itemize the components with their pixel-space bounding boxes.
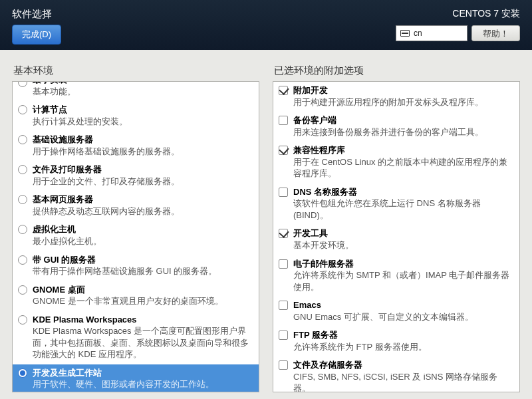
addon-title: Emacs xyxy=(293,299,514,311)
environment-option[interactable]: 文件及打印服务器用于企业的文件、打印及存储服务器。 xyxy=(13,161,259,191)
addon-desc: 用来连接到备份服务器并进行备份的客户端工具。 xyxy=(293,126,514,138)
addon-option[interactable]: 兼容性程序库用于在 CentOS Linux 的之前版本中构建的应用程序的兼容程… xyxy=(273,142,519,184)
option-title: 开发及生成工作站 xyxy=(33,367,253,379)
header-bar: 软件选择 完成(D) CENTOS 7 安装 cn 帮助！ xyxy=(0,0,532,50)
option-desc: 带有用于操作网络基础设施服务 GUI 的服务器。 xyxy=(33,265,253,277)
checkbox-icon xyxy=(279,360,288,370)
radio-icon xyxy=(18,165,27,174)
addon-option[interactable]: DNS 名称服务器该软件包组允许您在系统上运行 DNS 名称服务器(BIND)。 xyxy=(273,184,519,225)
addon-desc: GNU Emacs 可扩展、可自定义的文本编辑器。 xyxy=(293,311,514,323)
option-title: 基本网页服务器 xyxy=(33,194,253,205)
checkbox-icon xyxy=(279,188,288,197)
addons-title: 已选环境的附加选项 xyxy=(273,65,520,77)
radio-icon xyxy=(18,105,27,114)
checkbox-icon xyxy=(279,331,288,340)
addon-option[interactable]: EmacsGNU Emacs 可扩展、可自定义的文本编辑器。 xyxy=(273,297,519,327)
option-desc: 用于企业的文件、打印及存储服务器。 xyxy=(33,176,253,188)
checkbox-icon xyxy=(279,229,288,238)
checkbox-icon xyxy=(279,86,288,95)
addon-desc: CIFS, SMB, NFS, iSCSI, iSER 及 iSNS 网络存储服… xyxy=(293,371,514,392)
addons-list[interactable]: 附加开发用于构建开源应用程序的附加开发标头及程序库。备份客户端用来连接到备份服务… xyxy=(273,81,520,392)
addons-column: 已选环境的附加选项 附加开发用于构建开源应用程序的附加开发标头及程序库。备份客户… xyxy=(273,65,520,392)
addon-title: 电子邮件服务器 xyxy=(293,258,514,270)
option-desc: 提供静态及动态互联网内容的服务器。 xyxy=(33,205,253,217)
help-button[interactable]: 帮助！ xyxy=(471,25,520,41)
base-environment-title: 基本环境 xyxy=(12,65,259,77)
environment-option[interactable]: 基础设施服务器用于操作网络基础设施服务的服务器。 xyxy=(13,131,259,161)
addon-title: DNS 名称服务器 xyxy=(293,186,514,198)
option-desc: 用于操作网络基础设施服务的服务器。 xyxy=(33,146,253,158)
option-desc: KDE Plasma Workspaces 是一个高度可配置图形用户界面，其中包… xyxy=(33,325,253,360)
option-title: 虚拟化主机 xyxy=(33,223,253,235)
addon-title: 备份客户端 xyxy=(293,114,514,126)
addon-desc: 用于构建开源应用程序的附加开发标头及程序库。 xyxy=(293,96,514,108)
header-right: CENTOS 7 安装 cn 帮助！ xyxy=(396,8,520,41)
option-title: 计算节点 xyxy=(33,104,253,116)
radio-icon xyxy=(18,195,27,204)
radio-icon xyxy=(18,315,27,325)
header-left: 软件选择 完成(D) xyxy=(12,8,61,45)
addon-desc: 基本开发环境。 xyxy=(293,239,514,251)
radio-icon xyxy=(18,81,27,87)
radio-icon xyxy=(18,285,27,295)
keyboard-layout-code: cn xyxy=(414,29,422,38)
addon-option[interactable]: 电子邮件服务器允许将系统作为 SMTP 和（或者）IMAP 电子邮件服务器使用。 xyxy=(273,255,519,297)
environment-option[interactable]: KDE Plasma WorkspacesKDE Plasma Workspac… xyxy=(13,311,259,364)
option-title: 文件及打印服务器 xyxy=(33,164,253,176)
option-desc: GNOME 是一个非常直观且用户友好的桌面环境。 xyxy=(33,295,253,307)
checkbox-icon xyxy=(279,116,288,125)
environment-option[interactable]: 计算节点执行计算及处理的安装。 xyxy=(13,101,259,131)
environment-option[interactable]: 最小安装基本功能。 xyxy=(13,81,259,101)
keyboard-icon xyxy=(400,30,410,37)
addon-desc: 用于在 CentOS Linux 的之前版本中构建的应用程序的兼容程序库。 xyxy=(293,156,514,180)
addon-title: 文件及存储服务器 xyxy=(293,359,514,371)
environment-option[interactable]: 开发及生成工作站用于软件、硬件、图形或者内容开发的工作站。 xyxy=(13,364,259,392)
done-button[interactable]: 完成(D) xyxy=(12,25,61,45)
option-title: 基础设施服务器 xyxy=(33,134,253,146)
option-desc: 基本功能。 xyxy=(33,86,253,98)
addon-option[interactable]: 备份客户端用来连接到备份服务器并进行备份的客户端工具。 xyxy=(273,112,519,142)
addon-desc: 该软件包组允许您在系统上运行 DNS 名称服务器(BIND)。 xyxy=(293,198,514,221)
addon-option[interactable]: FTP 服务器允许将系统作为 FTP 服务器使用。 xyxy=(273,327,519,356)
option-desc: 执行计算及处理的安装。 xyxy=(33,116,253,128)
addon-title: FTP 服务器 xyxy=(293,329,514,341)
addon-desc: 允许将系统作为 FTP 服务器使用。 xyxy=(293,341,514,353)
radio-icon xyxy=(18,368,27,378)
radio-icon xyxy=(18,225,27,234)
radio-icon xyxy=(18,135,27,144)
addon-option[interactable]: 附加开发用于构建开源应用程序的附加开发标头及程序库。 xyxy=(273,82,519,112)
base-environment-column: 基本环境 最小安装基本功能。计算节点执行计算及处理的安装。基础设施服务器用于操作… xyxy=(12,65,259,392)
environment-option[interactable]: GNOME 桌面GNOME 是一个非常直观且用户友好的桌面环境。 xyxy=(13,281,259,311)
environment-option[interactable]: 虚拟化主机最小虚拟化主机。 xyxy=(13,221,259,251)
addon-desc: 允许将系统作为 SMTP 和（或者）IMAP 电子邮件服务器使用。 xyxy=(293,269,514,293)
header-tools: cn 帮助！ xyxy=(396,25,520,41)
addon-option[interactable]: 文件及存储服务器CIFS, SMB, NFS, iSCSI, iSER 及 iS… xyxy=(273,356,519,392)
radio-icon xyxy=(18,255,27,265)
option-title: KDE Plasma Workspaces xyxy=(33,314,253,326)
checkbox-icon xyxy=(279,146,288,155)
checkbox-icon xyxy=(279,301,288,310)
install-title: CENTOS 7 安装 xyxy=(452,8,520,20)
page-title: 软件选择 xyxy=(12,8,61,21)
option-desc: 用于软件、硬件、图形或者内容开发的工作站。 xyxy=(33,378,253,390)
option-desc: 最小虚拟化主机。 xyxy=(33,235,253,247)
environment-option[interactable]: 带 GUI 的服务器带有用于操作网络基础设施服务 GUI 的服务器。 xyxy=(13,251,259,281)
option-title: 带 GUI 的服务器 xyxy=(33,254,253,266)
checkbox-icon xyxy=(279,259,288,269)
addon-title: 附加开发 xyxy=(293,84,514,96)
addon-title: 开发工具 xyxy=(293,227,514,239)
option-title: GNOME 桌面 xyxy=(33,284,253,296)
keyboard-layout-selector[interactable]: cn xyxy=(396,25,467,41)
addon-option[interactable]: 开发工具基本开发环境。 xyxy=(273,225,519,255)
environment-option[interactable]: 基本网页服务器提供静态及动态互联网内容的服务器。 xyxy=(13,191,259,221)
base-environment-list[interactable]: 最小安装基本功能。计算节点执行计算及处理的安装。基础设施服务器用于操作网络基础设… xyxy=(12,81,259,392)
addon-title: 兼容性程序库 xyxy=(293,144,514,156)
content-area: 基本环境 最小安装基本功能。计算节点执行计算及处理的安装。基础设施服务器用于操作… xyxy=(0,50,532,399)
